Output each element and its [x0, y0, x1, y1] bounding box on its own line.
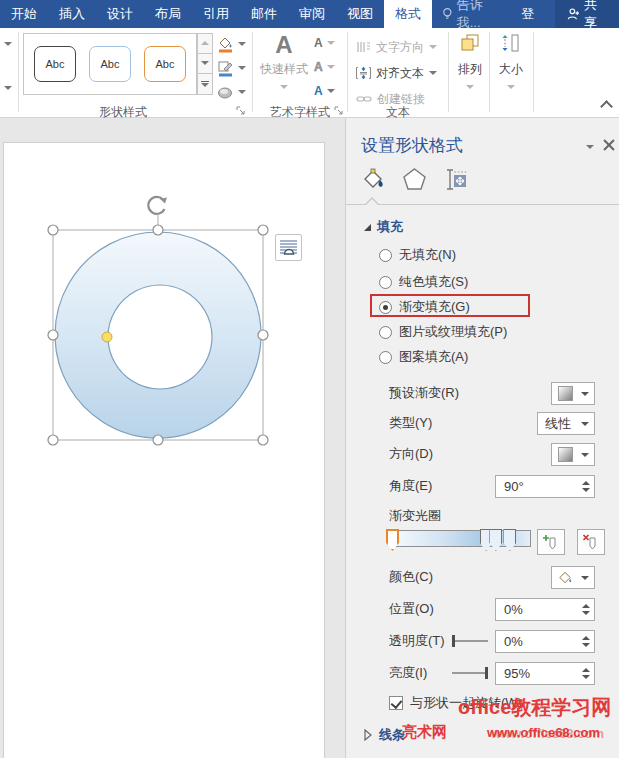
text-effects-button[interactable]: A — [314, 80, 335, 102]
text-effects-dropdown-arrow — [327, 89, 335, 93]
insert-shapes-up-arrow[interactable] — [4, 42, 12, 46]
arrange-button[interactable]: 排列 — [451, 32, 489, 92]
effects-tab-icon[interactable] — [401, 166, 428, 193]
type-dropdown[interactable]: 线性 — [537, 412, 595, 435]
group-separator — [347, 32, 348, 112]
tab-references[interactable]: 引用 — [192, 0, 240, 28]
layout-properties-tab-icon[interactable] — [442, 166, 469, 193]
pane-menu-arrow[interactable] — [586, 145, 594, 149]
align-text-button[interactable]: 对齐文本 — [356, 62, 437, 84]
lightbulb-icon — [442, 7, 453, 21]
gradient-stops-bar[interactable] — [389, 530, 531, 547]
gallery-more-button[interactable] — [197, 74, 213, 95]
radio-pattern-fill[interactable]: 图案填充(A) — [379, 347, 468, 367]
angle-spinner[interactable]: 90° — [495, 475, 595, 498]
position-spinner[interactable]: 0% — [495, 598, 595, 621]
transparency-slider[interactable] — [452, 631, 488, 651]
radio-picture-fill[interactable]: 图片或纹理填充(P) — [379, 322, 507, 342]
gradient-stop[interactable] — [489, 529, 502, 551]
group-separator — [18, 32, 19, 112]
brightness-spinner[interactable]: 95% — [495, 662, 595, 685]
fill-line-tab-icon[interactable] — [360, 166, 387, 193]
sign-in-button[interactable]: 登录 — [511, 0, 554, 28]
text-fill-button[interactable]: A — [314, 32, 335, 54]
gallery-scroll-down[interactable] — [197, 54, 213, 75]
adjust-handle[interactable] — [102, 332, 112, 342]
radio-circle — [379, 249, 392, 262]
watermark-brand: 亮术网 — [402, 723, 447, 742]
radio-solid-fill[interactable]: 纯色填充(S) — [379, 272, 468, 292]
spinner-arrows[interactable] — [578, 599, 594, 620]
slider-thumb[interactable] — [485, 667, 488, 679]
add-stop-icon — [542, 533, 560, 551]
tell-me-box[interactable]: 告诉我... — [432, 0, 511, 28]
color-label: 颜色(C) — [389, 567, 433, 587]
spinner-arrows[interactable] — [578, 476, 594, 497]
document-canvas — [0, 118, 345, 758]
add-gradient-stop-button[interactable] — [537, 529, 565, 555]
shape-style-option-1[interactable]: Abc — [34, 46, 76, 82]
text-direction-icon — [356, 40, 371, 54]
selected-tab-notch — [364, 197, 380, 205]
shape-effects-button[interactable] — [217, 82, 246, 102]
layout-options-button[interactable] — [275, 234, 302, 261]
tab-mailings[interactable]: 邮件 — [240, 0, 288, 28]
spinner-arrows[interactable] — [578, 631, 594, 652]
direction-dropdown[interactable] — [551, 443, 595, 466]
shape-outline-dropdown-arrow — [238, 66, 246, 70]
remove-gradient-stop-button[interactable] — [577, 529, 605, 555]
word-window: 开始 插入 设计 布局 引用 邮件 审阅 视图 格式 告诉我... 登录 共享 — [0, 0, 619, 758]
shape-style-option-3[interactable]: Abc — [144, 46, 186, 82]
tab-format[interactable]: 格式 — [384, 0, 432, 28]
line-section-header[interactable]: 线条 — [364, 726, 405, 744]
group-separator — [448, 32, 449, 112]
shape-fill-dropdown-arrow — [238, 42, 246, 46]
slider-track — [452, 672, 488, 674]
gallery-scroll — [197, 33, 213, 95]
pane-close-icon[interactable] — [603, 139, 615, 151]
size-button[interactable]: 大小 — [492, 32, 530, 92]
spinner-arrows[interactable] — [578, 663, 594, 684]
shape-styles-dialog-launcher[interactable] — [236, 105, 246, 115]
text-outline-button[interactable]: A — [314, 56, 335, 78]
gallery-scroll-up[interactable] — [197, 33, 213, 54]
donut-shape[interactable] — [55, 232, 261, 438]
tab-insert[interactable]: 插入 — [48, 0, 96, 28]
collapse-ribbon-chevron[interactable] — [600, 100, 613, 113]
tab-design[interactable]: 设计 — [96, 0, 144, 28]
wordart-dialog-launcher[interactable] — [334, 105, 344, 115]
shape-fill-button[interactable] — [217, 34, 246, 54]
transparency-spinner[interactable]: 0% — [495, 630, 595, 653]
tab-review[interactable]: 审阅 — [288, 0, 336, 28]
text-direction-dropdown-arrow — [429, 45, 437, 49]
slider-thumb[interactable] — [452, 635, 455, 647]
color-dropdown[interactable] — [551, 566, 595, 589]
gradient-stop-selected[interactable] — [386, 529, 399, 551]
slider-track — [452, 640, 488, 642]
position-value: 0% — [504, 602, 523, 617]
text-direction-button[interactable]: 文字方向 — [356, 36, 437, 58]
gradient-stop[interactable] — [503, 529, 516, 551]
position-label: 位置(O) — [389, 599, 434, 619]
radio-label: 纯色填充(S) — [399, 273, 468, 291]
quick-styles-button[interactable]: A 快速样式 — [256, 32, 312, 92]
text-outline-icon: A — [314, 60, 323, 74]
tab-view[interactable]: 视图 — [336, 0, 384, 28]
shape-style-option-2[interactable]: Abc — [89, 46, 131, 82]
rotate-handle-icon[interactable] — [148, 197, 167, 214]
tab-layout[interactable]: 布局 — [144, 0, 192, 28]
fill-section-header[interactable]: 填充 — [364, 218, 403, 236]
shape-outline-button[interactable] — [217, 58, 246, 78]
tab-home[interactable]: 开始 — [0, 0, 48, 28]
share-button[interactable]: 共享 — [555, 0, 619, 28]
insert-shapes-down-arrow[interactable] — [4, 86, 12, 90]
arrange-label: 排列 — [451, 61, 489, 78]
radio-circle — [379, 351, 392, 364]
radio-no-fill[interactable]: 无填充(N) — [379, 245, 456, 265]
gradient-stops-label: 渐变光圈 — [389, 506, 441, 526]
preset-gradient-dropdown[interactable] — [551, 382, 595, 405]
pane-tab-divider — [346, 204, 619, 205]
rotate-with-shape-checkbox[interactable] — [389, 696, 403, 710]
brightness-slider[interactable] — [452, 663, 488, 683]
group-separator — [489, 32, 490, 112]
